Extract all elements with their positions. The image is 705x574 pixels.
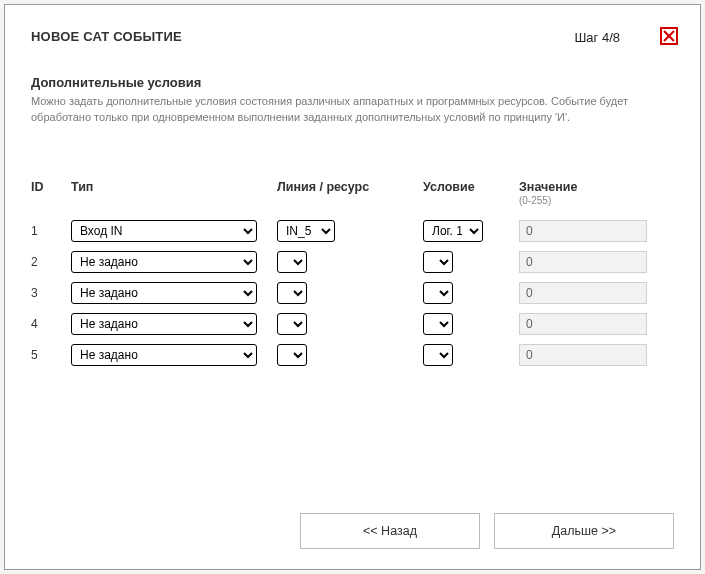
condition-select[interactable] (423, 251, 453, 273)
conditions-table: ID Тип Линия / ресурс Условие Значение (… (31, 180, 674, 366)
section-description: Можно задать дополнительные условия сост… (31, 94, 671, 126)
col-header-value: Значение (0-255) (519, 180, 659, 206)
type-select[interactable]: Вход IN (71, 220, 257, 242)
type-select[interactable]: Не задано (71, 282, 257, 304)
section: Дополнительные условия Можно задать допо… (31, 75, 674, 126)
type-select[interactable]: Не задано (71, 313, 257, 335)
table-row: 1Вход ININ_5Лог. 1 (31, 220, 674, 242)
dialog-title: НОВОЕ САТ СОБЫТИЕ (31, 29, 182, 44)
col-header-id: ID (31, 180, 71, 194)
col-header-value-range: (0-255) (519, 195, 659, 206)
back-button[interactable]: << Назад (300, 513, 480, 549)
table-header: ID Тип Линия / ресурс Условие Значение (… (31, 180, 674, 206)
value-input[interactable] (519, 313, 647, 335)
col-header-cond: Условие (423, 180, 519, 194)
condition-select[interactable] (423, 282, 453, 304)
col-header-line: Линия / ресурс (277, 180, 423, 194)
cell-id: 1 (31, 224, 71, 238)
close-icon[interactable] (660, 27, 678, 45)
table-row: 2Не задано (31, 251, 674, 273)
value-input[interactable] (519, 251, 647, 273)
type-select[interactable]: Не задано (71, 251, 257, 273)
x-icon (663, 30, 675, 42)
line-select[interactable] (277, 344, 307, 366)
line-select[interactable] (277, 251, 307, 273)
value-input[interactable] (519, 220, 647, 242)
value-input[interactable] (519, 282, 647, 304)
condition-select[interactable] (423, 313, 453, 335)
dialog: НОВОЕ САТ СОБЫТИЕ Шаг 4/8 Дополнительные… (4, 4, 701, 570)
step-indicator: Шаг 4/8 (574, 30, 620, 45)
cell-id: 5 (31, 348, 71, 362)
table-row: 4Не задано (31, 313, 674, 335)
condition-select[interactable] (423, 344, 453, 366)
table-row: 5Не задано (31, 344, 674, 366)
type-select[interactable]: Не задано (71, 344, 257, 366)
section-title: Дополнительные условия (31, 75, 674, 90)
line-select[interactable] (277, 282, 307, 304)
value-input[interactable] (519, 344, 647, 366)
table-row: 3Не задано (31, 282, 674, 304)
col-header-value-label: Значение (519, 180, 577, 194)
line-select[interactable]: IN_5 (277, 220, 335, 242)
cell-id: 4 (31, 317, 71, 331)
dialog-header: НОВОЕ САТ СОБЫТИЕ Шаг 4/8 (31, 29, 674, 45)
col-header-type: Тип (71, 180, 277, 194)
condition-select[interactable]: Лог. 1 (423, 220, 483, 242)
dialog-footer: << Назад Дальше >> (300, 513, 674, 549)
next-button[interactable]: Дальше >> (494, 513, 674, 549)
cell-id: 2 (31, 255, 71, 269)
cell-id: 3 (31, 286, 71, 300)
line-select[interactable] (277, 313, 307, 335)
